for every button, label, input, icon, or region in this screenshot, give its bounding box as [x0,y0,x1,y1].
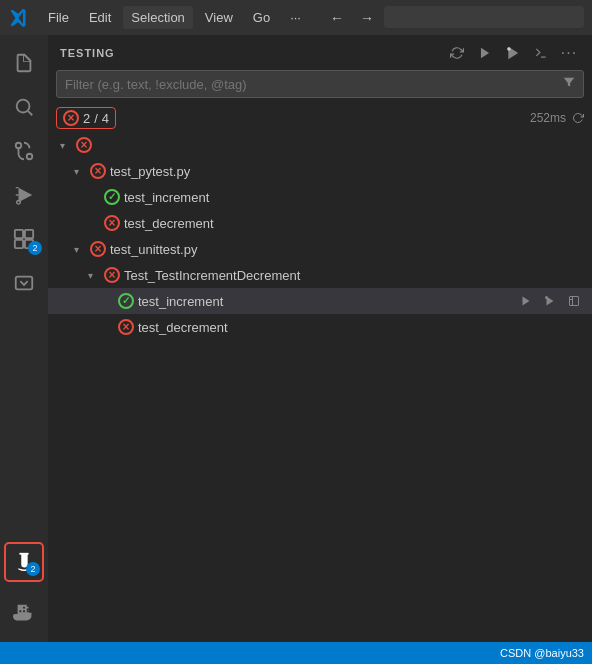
svg-rect-5 [15,230,23,238]
debug-all-button[interactable] [502,42,524,64]
menu-go[interactable]: Go [245,6,278,29]
nav-back[interactable]: ← [324,6,350,30]
test-tree[interactable]: ▾ ▾ test_pytest.py test_increment test_d… [48,132,592,642]
search-icon [13,96,35,118]
tree-root-item[interactable]: ▾ [48,132,592,158]
tree-item[interactable]: test_decrement [48,210,592,236]
test4-error-icon [118,319,134,335]
svg-rect-6 [25,230,33,238]
bottom-credit: CSDN @baiyu33 [500,647,584,659]
class1-error-icon [104,267,120,283]
file1-label: test_pytest.py [110,164,584,179]
activity-item-testing[interactable]: 2 [4,542,44,582]
filter-input[interactable] [56,70,584,98]
terminal-icon [534,46,548,60]
tree-item[interactable]: test_decrement [48,314,592,340]
test1-label: test_increment [124,190,584,205]
file1-chevron: ▾ [74,166,86,177]
panel-actions: ··· [446,42,580,64]
menu-view[interactable]: View [197,6,241,29]
debug-test-icon [544,295,556,307]
svg-point-2 [16,143,22,149]
panel-header: TESTING [48,35,592,70]
activity-item-extensions[interactable]: 2 [4,219,44,259]
files-icon [13,52,35,74]
svg-marker-11 [481,47,489,58]
activity-item-remote[interactable] [4,263,44,303]
run-test-icon [520,295,532,307]
svg-point-13 [507,47,511,51]
test-duration: 252ms [530,111,566,125]
svg-point-4 [17,201,21,205]
activity-item-search[interactable] [4,87,44,127]
test4-label: test_decrement [138,320,584,335]
status-right: 252ms [530,111,584,125]
svg-point-3 [27,154,33,160]
file2-label: test_unittest.py [110,242,584,257]
activity-item-git[interactable] [4,131,44,171]
duration-refresh-icon [572,112,584,124]
activity-item-explorer[interactable] [4,43,44,83]
test-status-badge: 2/4 [56,107,116,129]
git-icon [13,140,35,162]
tree-item[interactable]: ▾ test_unittest.py [48,236,592,262]
test2-label: test_decrement [124,216,584,231]
main-area: 2 2 TESTING [0,35,592,642]
class1-chevron: ▾ [88,270,100,281]
debug-all-icon [506,46,520,60]
activity-bar: 2 2 [0,35,48,642]
root-chevron: ▾ [60,140,72,151]
svg-marker-15 [523,297,530,306]
activity-item-run[interactable] [4,175,44,215]
test3-label: test_increment [138,294,512,309]
root-error-icon [76,137,92,153]
file1-error-icon [90,163,106,179]
filter-bar [56,70,584,98]
tree-item[interactable]: test_increment [48,288,592,314]
class1-label: Test_TestIncrementDecrement [124,268,584,283]
titlebar-nav: ← → [324,6,584,30]
docker-icon [13,603,35,625]
menu-selection[interactable]: Selection [123,6,192,29]
refresh-button[interactable] [446,42,468,64]
svg-point-17 [545,296,548,299]
extensions-badge: 2 [28,241,42,255]
status-error-icon [63,110,79,126]
titlebar-menu: File Edit Selection View Go ··· [40,6,309,29]
test1-success-icon [104,189,120,205]
tree-item[interactable]: ▾ test_pytest.py [48,158,592,184]
run-icon [13,184,35,206]
svg-rect-9 [16,277,33,290]
refresh-icon [450,46,464,60]
run-all-icon [478,46,492,60]
run-all-button[interactable] [474,42,496,64]
panel-title: TESTING [60,47,115,59]
open-source-icon [568,295,580,307]
vscode-logo [8,8,28,28]
menu-file[interactable]: File [40,6,77,29]
menu-edit[interactable]: Edit [81,6,119,29]
more-actions-button[interactable]: ··· [558,42,580,64]
svg-line-1 [28,111,32,115]
open-test-button[interactable] [564,291,584,311]
nav-forward[interactable]: → [354,6,380,30]
svg-rect-18 [570,297,579,306]
more-actions-icon: ··· [561,44,577,62]
tree-item[interactable]: ▾ Test_TestIncrementDecrement [48,262,592,288]
activity-item-docker[interactable] [4,594,44,634]
file2-chevron: ▾ [74,244,86,255]
titlebar-search-box [384,6,584,28]
remote-icon [13,272,35,294]
svg-rect-7 [15,240,23,248]
status-left: 2/4 [56,107,116,129]
open-terminal-button[interactable] [530,42,552,64]
debug-test-button[interactable] [540,291,560,311]
run-test-button[interactable] [516,291,536,311]
menu-more[interactable]: ··· [282,6,309,29]
tree-item[interactable]: test_increment [48,184,592,210]
test-total-count: 4 [102,111,109,126]
svg-point-0 [17,100,30,113]
test-status-count: 2 [83,111,90,126]
filter-icon [562,76,576,93]
test3-success-icon [118,293,134,309]
